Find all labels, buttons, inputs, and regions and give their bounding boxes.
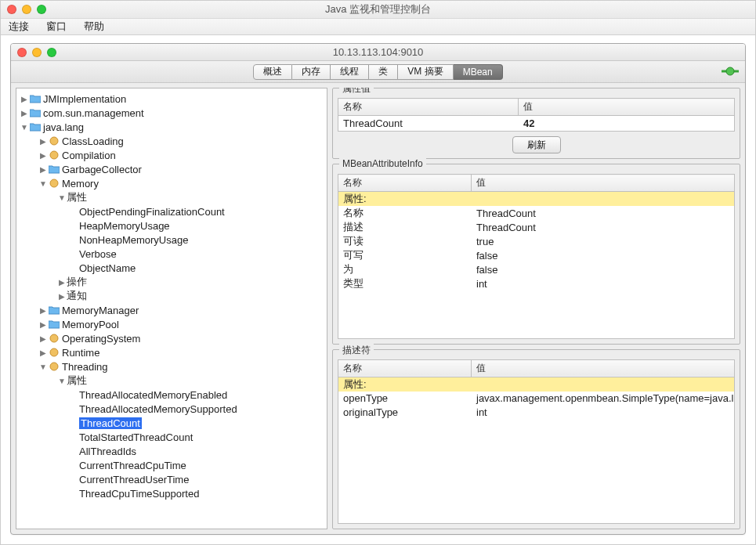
col-value[interactable]: 值 — [472, 175, 735, 192]
col-name[interactable]: 名称 — [338, 99, 519, 116]
menu-help[interactable]: 帮助 — [84, 20, 104, 34]
tree-node-memory-operations[interactable]: ▶操作 — [16, 275, 327, 289]
app-title: Java 监视和管理控制台 — [1, 2, 755, 16]
table-row[interactable]: 类型int — [338, 276, 734, 291]
col-value[interactable]: 值 — [472, 359, 735, 377]
attribute-info-table: 名称值 — [338, 174, 735, 192]
section-header-row: 属性: — [338, 192, 734, 206]
table-row[interactable]: 可读true — [338, 234, 734, 248]
menu-window[interactable]: 窗口 — [46, 20, 67, 34]
descriptor-group: 描述符 名称值 属性: openTypejavax.management.ope… — [332, 349, 740, 530]
tab-overview[interactable]: 概述 — [253, 64, 292, 80]
menu-connect[interactable]: 连接 — [9, 20, 29, 34]
tree-node-memory-attributes[interactable]: ▼属性 — [16, 190, 327, 204]
tree-node-threading-attributes[interactable]: ▼属性 — [16, 374, 327, 388]
svg-point-1 — [726, 67, 734, 75]
attribute-info-group: MBeanAttributeInfo 名称值 属性: 名称ThreadCount… — [332, 164, 740, 345]
tree-attr-objectpendingfinalizationcount[interactable]: ObjectPendingFinalizationCount — [16, 204, 327, 218]
table-row[interactable]: 为false — [338, 262, 734, 276]
body-area: 10.13.113.104:9010 概述 内存 线程 类 VM 摘要 MBea… — [1, 35, 755, 544]
tree-attr-heapmemoryusage[interactable]: HeapMemoryUsage — [16, 218, 327, 233]
refresh-button[interactable]: 刷新 — [512, 136, 561, 153]
mbean-tree[interactable]: ▶JMImplementation ▶com.sun.management ▼j… — [16, 88, 327, 529]
tree-node-com-sun-management[interactable]: ▶com.sun.management — [16, 106, 327, 120]
app-window: Java 监视和管理控制台 连接 窗口 帮助 10.13.113.104:901… — [0, 0, 756, 545]
tree-node-java-lang[interactable]: ▼java.lang — [16, 120, 327, 134]
tabs-row: 概述 内存 线程 类 VM 摘要 MBean — [11, 61, 745, 83]
col-name[interactable]: 名称 — [338, 359, 472, 377]
tab-vm-summary[interactable]: VM 摘要 — [398, 64, 453, 80]
minimize-icon[interactable] — [32, 48, 42, 57]
close-icon[interactable] — [17, 48, 27, 57]
group-title: 描述符 — [339, 344, 374, 357]
tree-node-classloading[interactable]: ▶ClassLoading — [16, 134, 327, 148]
zoom-icon[interactable] — [37, 5, 46, 14]
svg-point-7 — [50, 363, 58, 370]
table-row[interactable]: 可写false — [338, 248, 734, 262]
detail-pane: 属性值 名称值 ThreadCount 42 刷新 — [332, 88, 740, 529]
split-pane: ▶JMImplementation ▶com.sun.management ▼j… — [11, 83, 745, 534]
tree-attr-currentthreadusertime[interactable]: CurrentThreadUserTime — [16, 472, 327, 486]
doc-title: 10.13.113.104:9010 — [11, 46, 745, 58]
tree-node-operatingsystem[interactable]: ▶OperatingSystem — [16, 331, 327, 345]
tree-attr-totalstartedthreadcount[interactable]: TotalStartedThreadCount — [16, 430, 327, 444]
tree-attr-nonheapmemoryusage[interactable]: NonHeapMemoryUsage — [16, 233, 327, 247]
folder-icon — [29, 121, 42, 132]
table-row[interactable]: originalTypeint — [338, 406, 734, 420]
tree-node-memorypool[interactable]: ▶MemoryPool — [16, 317, 327, 331]
tab-threads[interactable]: 线程 — [331, 64, 369, 80]
col-name[interactable]: 名称 — [338, 175, 472, 192]
tree-attr-threadcputimesupported[interactable]: ThreadCpuTimeSupported — [16, 486, 327, 500]
tree-attr-threadcount[interactable]: ThreadCount — [16, 416, 327, 430]
bean-icon — [48, 178, 60, 189]
tree-attr-threadallocatedmemorysupported[interactable]: ThreadAllocatedMemorySupported — [16, 402, 327, 416]
minimize-icon[interactable] — [22, 5, 31, 14]
tree-node-garbagecollector[interactable]: ▶GarbageCollector — [16, 162, 327, 176]
tree-node-memorymanager[interactable]: ▶MemoryManager — [16, 303, 327, 317]
tree-node-compilation[interactable]: ▶Compilation — [16, 148, 327, 162]
refresh-wrap: 刷新 — [338, 132, 735, 153]
table-row[interactable]: openTypejavax.management.openmbean.Simpl… — [338, 392, 734, 406]
cell-value: 42 — [519, 116, 734, 130]
bean-icon — [48, 347, 60, 358]
group-title: MBeanAttributeInfo — [339, 158, 426, 169]
document-window: 10.13.113.104:9010 概述 内存 线程 类 VM 摘要 MBea… — [10, 43, 746, 535]
tab-memory[interactable]: 内存 — [292, 64, 331, 80]
close-icon[interactable] — [7, 5, 16, 14]
window-controls — [7, 5, 46, 14]
tree-attr-threadallocatedmemoryenabled[interactable]: ThreadAllocatedMemoryEnabled — [16, 388, 327, 402]
tree-attr-verbose[interactable]: Verbose — [16, 247, 327, 261]
tree-node-memory[interactable]: ▼Memory — [16, 176, 327, 190]
tab-mbean[interactable]: MBean — [454, 64, 503, 80]
tree-node-threading[interactable]: ▼Threading — [16, 359, 327, 374]
table-row[interactable]: 描述ThreadCount — [338, 220, 734, 234]
svg-point-5 — [50, 334, 58, 342]
tree-node-runtime[interactable]: ▶Runtime — [16, 345, 327, 359]
app-titlebar: Java 监视和管理控制台 — [1, 1, 755, 18]
zoom-icon[interactable] — [47, 48, 56, 57]
tab-classes[interactable]: 类 — [369, 64, 398, 80]
tree-node-memory-notifications[interactable]: ▶通知 — [16, 289, 327, 303]
svg-point-2 — [50, 137, 58, 145]
table-row[interactable]: 名称ThreadCount — [338, 206, 734, 220]
menubar: 连接 窗口 帮助 — [1, 18, 755, 35]
svg-point-4 — [50, 179, 58, 187]
group-title: 属性值 — [339, 88, 374, 96]
descriptor-table: 名称值 — [338, 359, 735, 377]
folder-icon — [29, 107, 42, 118]
doc-titlebar: 10.13.113.104:9010 — [11, 44, 745, 61]
tree-node-jmimplementation[interactable]: ▶JMImplementation — [16, 92, 327, 106]
tab-selector: 概述 内存 线程 类 VM 摘要 MBean — [253, 64, 502, 80]
tree-attr-currentthreadcputime[interactable]: CurrentThreadCpuTime — [16, 458, 327, 472]
bean-icon — [48, 150, 60, 161]
cell-name: ThreadCount — [338, 116, 519, 130]
folder-icon — [48, 164, 60, 175]
col-value[interactable]: 值 — [519, 99, 735, 116]
tree-attr-allthreadids[interactable]: AllThreadIds — [16, 444, 327, 458]
descriptor-body: 属性: openTypejavax.management.openmbean.S… — [338, 377, 735, 525]
svg-point-3 — [50, 151, 58, 159]
table-row[interactable]: ThreadCount 42 — [338, 116, 734, 130]
tree-attr-objectname[interactable]: ObjectName — [16, 261, 327, 275]
connection-status-icon — [722, 64, 739, 81]
folder-icon — [48, 305, 60, 316]
